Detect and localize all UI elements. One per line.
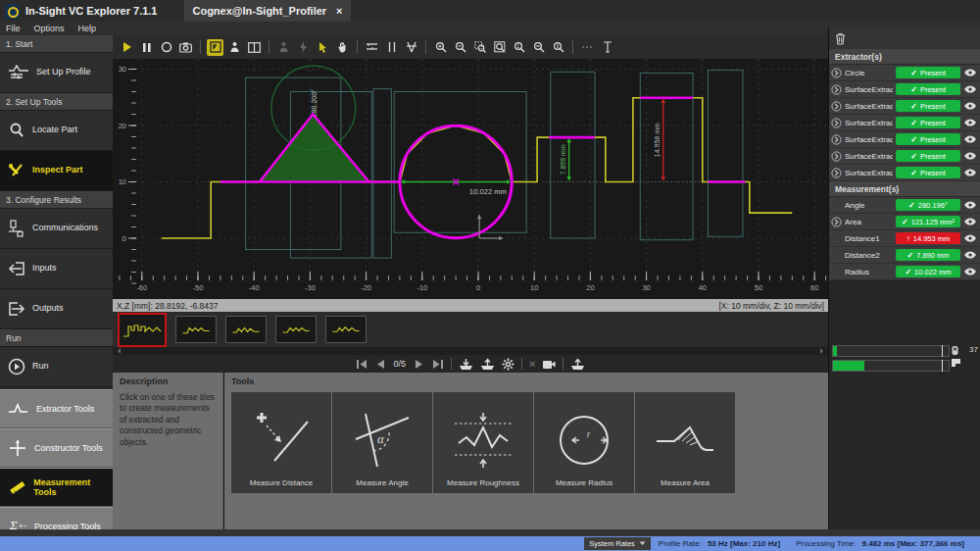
menu-options[interactable]: Options (34, 24, 65, 33)
extractor-row[interactable]: SurfaceExtractor_...✓Present (829, 115, 980, 131)
scroll-left-icon[interactable] (115, 348, 121, 354)
expand-chevron-icon[interactable] (831, 151, 842, 162)
operator-view-button[interactable] (275, 39, 292, 56)
ruler-horizontal-button[interactable] (364, 39, 380, 56)
zoom-out-button[interactable] (452, 39, 468, 56)
visibility-eye-icon[interactable] (963, 201, 977, 209)
live-display-button[interactable] (207, 39, 223, 56)
expand-chevron-icon[interactable] (831, 118, 842, 128)
expand-chevron-icon[interactable] (831, 168, 842, 178)
next-record-button[interactable] (415, 359, 424, 370)
measurement-row[interactable]: Area✓121.125 mm² (829, 214, 980, 230)
tile-measure-radius[interactable]: r Measure Radius (534, 392, 635, 493)
menu-file[interactable]: File (6, 24, 21, 33)
visibility-eye-icon[interactable] (963, 135, 977, 143)
pan-hand-button[interactable] (334, 39, 351, 56)
profile-chart[interactable]: 280.200°10.022 mm7.899 mm14.958 mm-60-50… (113, 59, 828, 299)
ruler-vertical-button[interactable] (383, 39, 400, 56)
sidebar-item-communications[interactable]: Communications (0, 209, 113, 249)
dashed-line-button[interactable] (579, 39, 596, 56)
filmstrip-thumbnail[interactable] (118, 313, 167, 347)
record-button[interactable] (158, 39, 174, 56)
visibility-eye-icon[interactable] (963, 69, 977, 76)
sidebar-item-extractor-tools[interactable]: Extractor Tools (0, 389, 113, 428)
delete-record-button[interactable]: × (529, 358, 535, 370)
menu-help[interactable]: Help (78, 24, 97, 33)
split-view-button[interactable] (246, 39, 263, 56)
expand-chevron-icon[interactable] (831, 68, 842, 78)
document-tab[interactable]: Cognex@In-Sight_Profiler × (184, 0, 350, 22)
expand-chevron-icon[interactable] (831, 134, 842, 145)
zoom-width-button[interactable] (530, 39, 547, 56)
sidebar-item-measurement-tools[interactable]: Measurement Tools (0, 468, 113, 507)
tools-header: Tools (231, 376, 821, 386)
visibility-eye-icon[interactable] (963, 102, 977, 110)
tile-measure-distance[interactable]: Measure Distance (231, 392, 332, 493)
sidebar-item-locate-part[interactable]: Locate Part (0, 111, 113, 151)
tile-measure-roughness[interactable]: Measure Roughness (433, 392, 534, 493)
sidebar-item-inputs[interactable]: Inputs (0, 249, 113, 289)
system-rates-dropdown[interactable]: System Rates (584, 537, 651, 550)
extractor-row[interactable]: SurfaceExtractor1_...✓Present (829, 148, 980, 165)
expand-chevron-icon[interactable] (831, 217, 842, 227)
extractor-row[interactable]: Circle✓Present (829, 65, 980, 81)
zoom-region-button[interactable] (471, 39, 488, 56)
first-record-button[interactable] (356, 359, 368, 370)
trigger-button[interactable] (295, 39, 312, 56)
visibility-eye-icon[interactable] (963, 251, 977, 259)
record-movie-button[interactable] (542, 359, 556, 370)
last-record-button[interactable] (431, 359, 444, 370)
tab-close-icon[interactable]: × (336, 5, 342, 17)
scroll-right-icon[interactable] (820, 348, 826, 354)
run-continuous-button[interactable] (119, 39, 135, 56)
sidebar-item-inspect-part[interactable]: Inspect Part (0, 151, 113, 191)
record-settings-button[interactable] (502, 358, 514, 371)
sidebar-item-outputs[interactable]: Outputs (0, 289, 113, 329)
filmstrip-thumbnail[interactable] (325, 316, 367, 343)
text-cursor-button[interactable] (599, 39, 615, 56)
measurement-row[interactable]: Distance1↑14.953 mm (829, 230, 980, 247)
filmstrip-thumbnail[interactable] (175, 316, 217, 343)
record-to-pc-button[interactable] (459, 358, 473, 371)
tile-measure-area[interactable]: Measure Area (635, 392, 736, 493)
extractor-row[interactable]: SurfaceExtractor1✓Present (829, 131, 980, 148)
extractor-row[interactable]: SurfaceExtractor✓Present (829, 81, 980, 98)
tile-measure-angle[interactable]: α Measure Angle (332, 392, 433, 493)
extractor-tools-icon (8, 402, 29, 416)
measurement-row[interactable]: Distance2✓7.890 mm (829, 247, 980, 264)
pointer-button[interactable] (315, 39, 331, 56)
zoom-in-button[interactable] (432, 39, 449, 56)
extractor-row[interactable]: SurfaceExtractor_...✓Present (829, 98, 980, 115)
extractor-row[interactable]: SurfaceExtractor2✓Present (829, 165, 980, 181)
export-record-button[interactable] (570, 358, 585, 371)
extractor-name: SurfaceExtractor (845, 85, 893, 94)
zoom-fit-button[interactable] (491, 39, 508, 56)
load-from-pc-button[interactable] (480, 358, 495, 371)
visibility-eye-icon[interactable] (963, 152, 977, 160)
visibility-eye-icon[interactable] (963, 268, 977, 276)
filmstrip-scrollbar[interactable] (113, 347, 828, 355)
pause-button[interactable] (138, 39, 155, 56)
measurement-row[interactable]: Radius✓10.022 mm (829, 264, 980, 280)
ruler-cross-button[interactable] (403, 39, 419, 56)
measurement-row[interactable]: Angle✓280.196° (829, 197, 980, 214)
buffer-icon (951, 345, 959, 356)
zoom-one-to-one-button[interactable]: 1 (511, 39, 527, 56)
visibility-eye-icon[interactable] (963, 119, 977, 126)
sidebar-item-set-up-profile[interactable]: Set Up Profile (0, 53, 113, 93)
filmstrip-thumbnail[interactable] (275, 316, 317, 343)
visibility-eye-icon[interactable] (963, 85, 977, 93)
zoom-height-button[interactable] (550, 39, 566, 56)
visibility-eye-icon[interactable] (963, 169, 977, 176)
snapshot-button[interactable] (177, 39, 194, 56)
show-graphics-button[interactable] (226, 39, 243, 56)
expand-chevron-icon[interactable] (831, 84, 842, 95)
previous-record-button[interactable] (375, 359, 385, 370)
filmstrip-thumbnail[interactable] (225, 316, 267, 343)
expand-chevron-icon[interactable] (831, 101, 842, 112)
visibility-eye-icon[interactable] (963, 234, 977, 242)
sidebar-item-run[interactable]: Run (0, 347, 113, 387)
visibility-eye-icon[interactable] (963, 218, 977, 225)
delete-extractor-button[interactable] (835, 32, 846, 45)
sidebar-item-constructor-tools[interactable]: Constructor Tools (0, 428, 113, 468)
